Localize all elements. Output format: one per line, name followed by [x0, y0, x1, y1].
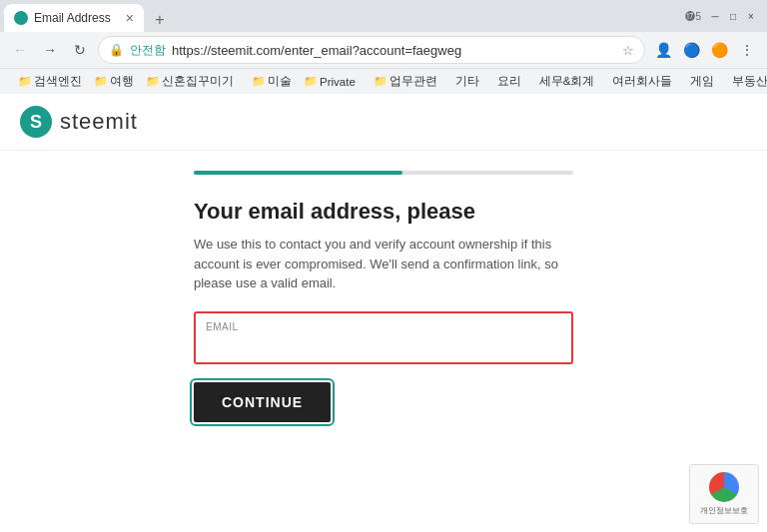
extension-icon-1[interactable]: 🔵 — [679, 38, 703, 62]
bookmark-item-7[interactable]: 요리 — [492, 72, 526, 91]
bookmark-item-10[interactable]: 게임 — [685, 72, 719, 91]
bookmark-item-1[interactable]: 📁 여행 — [89, 72, 139, 91]
bookmark-label-7: 요리 — [497, 74, 521, 89]
bookmark-label-2: 신혼집꾸미기 — [162, 74, 234, 89]
title-bar: Email Address × + ⓱5 ─ □ × — [0, 0, 767, 32]
extension-icon-2[interactable]: 🟠 — [707, 38, 731, 62]
bookmark-item-3[interactable]: 📁 미술 — [247, 72, 297, 91]
bookmark-item-0[interactable]: 📁 검색엔진 — [13, 72, 87, 91]
folder-icon-0: 📁 — [18, 75, 32, 88]
close-button[interactable]: × — [743, 8, 759, 24]
bookmark-label-0: 검색엔진 — [34, 74, 82, 89]
refresh-button[interactable]: ↻ — [68, 38, 92, 62]
bookmark-item-2[interactable]: 📁 신혼집꾸미기 — [141, 72, 239, 91]
star-icon[interactable]: ☆ — [622, 43, 634, 58]
folder-icon-1: 📁 — [94, 75, 108, 88]
tab-close-button[interactable]: × — [126, 10, 134, 26]
site-header: S steemit — [0, 94, 767, 151]
form-container: Your email address, please We use this t… — [0, 151, 767, 532]
back-button[interactable]: ← — [8, 38, 32, 62]
bookmark-label-8: 세무&회계 — [539, 74, 595, 89]
progress-bar-wrapper — [194, 171, 573, 175]
recaptcha-logo — [709, 472, 739, 502]
secure-icon: 🔒 — [109, 43, 124, 57]
forward-button[interactable]: → — [38, 38, 62, 62]
toolbar-icons: 👤 🔵 🟠 ⋮ — [651, 38, 759, 62]
bookmark-item-6[interactable]: 기타 — [450, 72, 484, 91]
window-controls: ⓱5 ─ □ × — [673, 8, 767, 24]
apps-icon[interactable] — [8, 75, 9, 89]
folder-icon-5: 📁 — [374, 75, 387, 88]
continue-button[interactable]: CONTINUE — [194, 382, 331, 422]
bookmark-label-10: 게임 — [690, 74, 714, 89]
folder-icon-2: 📁 — [146, 75, 160, 88]
url-bar[interactable]: 🔒 안전함 https://steemit.com/enter_email?ac… — [98, 36, 645, 64]
bookmark-item-8[interactable]: 세무&회계 — [534, 72, 600, 91]
steemit-logo-text: steemit — [60, 109, 138, 135]
account-icon[interactable]: 👤 — [651, 38, 675, 62]
steemit-logo-circle: S — [20, 106, 52, 138]
minimize-button[interactable]: ─ — [707, 8, 723, 24]
folder-icon-3: 📁 — [252, 75, 266, 88]
email-input[interactable] — [206, 337, 561, 353]
bookmark-label-6: 기타 — [455, 74, 479, 89]
logo-letter: S — [30, 112, 42, 133]
recaptcha-label: 개인정보보호 — [700, 505, 748, 516]
page-area: S steemit Your email address, please We … — [0, 94, 767, 532]
url-text: https://steemit.com/enter_email?account=… — [172, 43, 616, 58]
form-title: Your email address, please — [194, 199, 573, 225]
folder-icon-4: 📁 — [304, 75, 318, 88]
bookmark-label-4: Private — [320, 76, 356, 88]
chrome-window: Email Address × + ⓱5 ─ □ × ← → ↻ 🔒 안전함 h… — [0, 0, 767, 532]
bookmark-item-11[interactable]: 부동산 — [727, 72, 767, 91]
bookmark-item-5[interactable]: 📁 업무관련 — [369, 72, 442, 91]
bookmark-item-9[interactable]: 여러회사들 — [607, 72, 677, 91]
bookmark-label-5: 업무관련 — [389, 74, 437, 89]
bookmarks-bar: 📁 검색엔진 📁 여행 📁 신혼집꾸미기 📁 미술 📁 Private 📁 업무… — [0, 68, 767, 94]
recaptcha-badge: 개인정보보호 — [689, 464, 759, 524]
active-tab[interactable]: Email Address × — [4, 4, 144, 32]
tab-title: Email Address — [34, 11, 120, 25]
tab-favicon — [14, 11, 28, 25]
new-tab-button[interactable]: + — [148, 8, 172, 32]
maximize-button[interactable]: □ — [725, 8, 741, 24]
secure-label: 안전함 — [130, 42, 166, 59]
bookmark-label-1: 여행 — [110, 74, 134, 89]
email-field-wrapper: EMAIL — [194, 311, 573, 364]
menu-icon[interactable]: ⋮ — [735, 38, 759, 62]
form-card: Your email address, please We use this t… — [194, 199, 573, 422]
bookmark-label-9: 여러회사들 — [612, 74, 672, 89]
bookmark-item-4[interactable]: 📁 Private — [299, 73, 361, 90]
bookmark-label-11: 부동산 — [732, 74, 767, 89]
address-bar: ← → ↻ 🔒 안전함 https://steemit.com/enter_em… — [0, 32, 767, 68]
progress-bar-fill — [194, 171, 402, 175]
email-label: EMAIL — [206, 321, 561, 332]
form-description: We use this to contact you and verify ac… — [194, 235, 573, 293]
counter-badge: ⓱5 — [681, 11, 705, 22]
tab-bar: Email Address × + — [4, 0, 673, 32]
bookmark-label-3: 미술 — [268, 74, 292, 89]
